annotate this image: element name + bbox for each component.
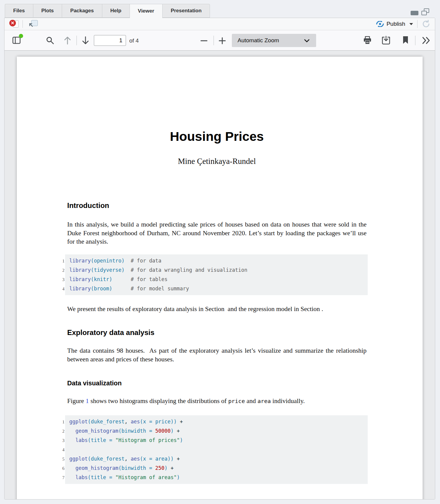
subsection-heading-dataviz: Data visualization <box>67 379 367 387</box>
inline-code: area <box>257 398 271 404</box>
publish-label: Publish <box>387 21 405 27</box>
document-author: Mine Çetinkaya-Rundel <box>67 156 367 166</box>
intro-paragraph: In this analysis, we build a model predi… <box>67 220 367 246</box>
line-number: 2 <box>56 427 64 436</box>
figure-1-link[interactable]: 1 <box>86 397 89 405</box>
code-line: 5ggplot(duke_forest, aes(x = area)) + <box>69 454 368 464</box>
line-number: 1 <box>56 256 64 266</box>
maximize-front-square <box>421 11 427 15</box>
code-line: 2library(tidyverse) # for data wrangling… <box>69 265 368 275</box>
inline-code: price <box>228 398 245 404</box>
sections-paragraph: We present the results of exploratory da… <box>67 305 367 313</box>
code-block-libraries: 1library(openintro) # for data2library(t… <box>65 254 368 295</box>
refresh-icon[interactable] <box>422 19 431 28</box>
eda-paragraph: The data contains 98 houses. As part of … <box>67 346 367 363</box>
paragraph-text: Figure <box>67 397 86 405</box>
code-line: 4 <box>69 445 368 454</box>
pane-window-buttons <box>411 8 429 15</box>
toolbar-separator <box>415 36 415 45</box>
line-number: 6 <box>56 464 64 473</box>
code-line: 1library(openintro) # for data <box>69 256 368 265</box>
tab-presentation[interactable]: Presentation <box>162 4 210 18</box>
code-line: 4library(broom) # for model summary <box>69 284 368 293</box>
clear-viewer-icon[interactable]: ✕ <box>9 19 19 28</box>
viewer-toolbar-right: Publish <box>376 19 431 28</box>
print-icon[interactable] <box>362 35 373 46</box>
next-page-icon[interactable] <box>81 36 90 45</box>
minimize-pane-icon[interactable] <box>411 11 418 15</box>
pdf-page-1: Housing Prices Mine Çetinkaya-Rundel Int… <box>17 57 423 499</box>
code-line: 6 geom_histogram(binwidth = 250) + <box>69 464 368 473</box>
viewer-pane: ✕ Publish <box>4 18 435 500</box>
line-number: 5 <box>56 455 64 464</box>
zoom-select[interactable]: Automatic Zoom <box>232 34 316 47</box>
find-in-document-icon[interactable] <box>45 36 55 45</box>
line-number: 1 <box>56 417 64 427</box>
tab-viewer[interactable]: Viewer <box>130 4 163 18</box>
pdf-toolbar: of 4 Automatic Zoom <box>4 30 435 51</box>
chevron-down-icon <box>304 39 310 43</box>
current-view-bookmark-icon[interactable] <box>402 36 409 45</box>
line-number: 2 <box>56 266 64 275</box>
tab-plots[interactable]: Plots <box>33 4 62 18</box>
zoom-out-icon[interactable] <box>200 37 208 45</box>
code-line: 7 labs(title = "Histogram of areas") <box>69 473 368 482</box>
red-x-badge-icon: ✕ <box>9 20 16 26</box>
section-heading-introduction: Introduction <box>67 201 367 210</box>
line-number: 3 <box>56 436 64 445</box>
more-tools-icon[interactable] <box>421 36 432 45</box>
toggle-sidebar-icon[interactable] <box>12 35 22 46</box>
viewer-toolbar: ✕ Publish <box>4 18 435 30</box>
document-title: Housing Prices <box>67 129 367 144</box>
line-number: 7 <box>56 473 64 482</box>
tab-packages[interactable]: Packages <box>62 4 102 18</box>
page-count-label: of 4 <box>129 37 139 44</box>
code-block-histograms: 1ggplot(duke_forest, aes(x = price)) +2 … <box>65 415 368 484</box>
pdf-viewer-canvas[interactable]: Housing Prices Mine Çetinkaya-Rundel Int… <box>4 51 435 499</box>
code-line: 3 labs(title = "Histogram of prices") <box>69 436 368 445</box>
maximize-pane-icon[interactable] <box>421 8 429 15</box>
save-document-icon[interactable] <box>381 35 391 46</box>
paragraph-text: shows two histograms displaying the dist… <box>89 397 228 405</box>
viewer-status-green-dot <box>19 34 23 38</box>
toolbar-separator <box>76 36 77 45</box>
paragraph-text: and <box>245 397 258 405</box>
code-line: 2 geom_histogram(binwidth = 50000) + <box>69 426 368 436</box>
toolbar-separator <box>214 36 214 45</box>
tabs: Files Plots Packages Help Viewer Present… <box>5 4 210 18</box>
toolbar-separator <box>22 20 23 28</box>
line-number: 4 <box>56 284 64 294</box>
rsconnect-publish-icon <box>376 21 384 27</box>
open-in-new-window-icon[interactable] <box>28 20 38 28</box>
line-number: 4 <box>56 445 64 455</box>
previous-page-icon[interactable] <box>63 36 72 45</box>
tab-help[interactable]: Help <box>102 4 130 18</box>
code-line: 1ggplot(duke_forest, aes(x = price)) + <box>69 417 368 426</box>
paragraph-text: individually. <box>271 397 305 405</box>
section-heading-eda: Exploratory data analysis <box>67 328 367 337</box>
figure-paragraph: Figure 1 shows two histograms displaying… <box>67 397 367 406</box>
zoom-select-label: Automatic Zoom <box>238 37 279 44</box>
publish-button[interactable]: Publish <box>376 21 413 27</box>
page-number-input[interactable] <box>94 35 126 46</box>
code-line: 3library(knitr) # for tables <box>69 275 368 284</box>
line-number: 3 <box>56 275 64 284</box>
zoom-in-icon[interactable] <box>218 37 226 45</box>
toolbar-separator <box>417 20 418 28</box>
tab-files[interactable]: Files <box>5 4 33 18</box>
publish-dropdown-caret-icon[interactable] <box>409 23 413 25</box>
pane-tab-strip: Files Plots Packages Help Viewer Present… <box>4 4 210 18</box>
